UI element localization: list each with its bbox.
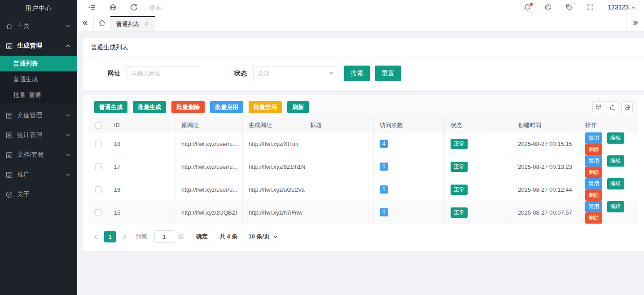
sidebar-item-label: 生成管理 bbox=[17, 42, 66, 50]
globe-icon[interactable] bbox=[109, 4, 117, 11]
batch-enable-button[interactable]: 批量启用 bbox=[210, 101, 243, 113]
search-button[interactable]: 搜索 bbox=[344, 66, 370, 81]
user-menu[interactable]: 123123 bbox=[608, 4, 636, 11]
sidebar-item-about[interactable]: 关于 bbox=[0, 185, 77, 204]
refresh-button[interactable]: 刷新 bbox=[287, 101, 309, 113]
batch-generate-button[interactable]: 批量生成 bbox=[133, 101, 166, 113]
sidebar-item-docs-packages[interactable]: 文档/套餐 bbox=[0, 145, 77, 165]
sidebar-item-normal-generate[interactable]: 普通生成 bbox=[0, 71, 77, 87]
sidebar-item-promotion[interactable]: 推广 bbox=[0, 165, 77, 185]
theme-palette-icon[interactable] bbox=[544, 4, 552, 11]
tab-close-icon[interactable]: ✕ bbox=[144, 21, 149, 27]
sidebar-item-recharge-management[interactable]: 充值管理 bbox=[0, 106, 77, 125]
chevron-down-icon bbox=[66, 172, 71, 177]
cell-title bbox=[304, 155, 374, 178]
app-window: 用户中心 主页 生成管理 普通列表 普通生成 批量_普通 bbox=[0, 0, 644, 295]
columns-toggle-button[interactable] bbox=[592, 101, 604, 113]
notifications-bell-icon[interactable] bbox=[523, 4, 531, 11]
edit-button[interactable]: 编辑 bbox=[607, 201, 624, 212]
tab-label: 普通列表 bbox=[116, 20, 140, 28]
cell-source-url: http://lfwl.xyz/user/u... bbox=[175, 155, 243, 178]
disable-button[interactable]: 禁用 bbox=[585, 201, 602, 212]
tabbar: 普通列表 ✕ bbox=[77, 14, 644, 31]
url-input[interactable] bbox=[127, 66, 200, 81]
chevron-down-icon bbox=[66, 113, 71, 118]
search-input[interactable] bbox=[149, 4, 239, 11]
next-page-button[interactable] bbox=[119, 234, 129, 240]
current-page-button[interactable]: 1 bbox=[104, 231, 116, 242]
visits-badge: 0 bbox=[380, 208, 388, 216]
row-checkbox[interactable] bbox=[95, 186, 102, 193]
list-icon bbox=[5, 151, 13, 159]
edit-button[interactable]: 编辑 bbox=[607, 155, 624, 167]
columns-icon bbox=[595, 104, 602, 110]
batch-disable-button[interactable]: 批量禁用 bbox=[249, 101, 282, 113]
cell-source-url: http://lfwl.xyz/user/u... bbox=[175, 132, 243, 155]
fullscreen-icon[interactable] bbox=[587, 4, 594, 11]
delete-button[interactable]: 删除 bbox=[585, 189, 602, 201]
column-header-created: 创建时间 bbox=[512, 118, 579, 132]
disable-button[interactable]: 禁用 bbox=[585, 132, 602, 144]
table-row: 16 http://lfwl.xyz/user/u... http://lfwl… bbox=[89, 178, 638, 201]
url-label: 网址 bbox=[108, 70, 120, 78]
table-toolbar: 普通生成 批量生成 批量删除 批量启用 批量禁用 刷新 bbox=[89, 97, 638, 118]
sidebar-item-batch-normal[interactable]: 批量_普通 bbox=[0, 87, 77, 103]
page-unit-label: 页 bbox=[179, 233, 184, 241]
delete-button[interactable]: 删除 bbox=[585, 212, 602, 224]
sidebar-item-normal-list[interactable]: 普通列表 bbox=[0, 56, 77, 71]
row-checkbox[interactable] bbox=[95, 163, 102, 170]
username: 123123 bbox=[608, 4, 629, 11]
batch-delete-button[interactable]: 批量删除 bbox=[171, 101, 205, 113]
normal-generate-button[interactable]: 普通生成 bbox=[94, 101, 127, 113]
sidebar-title: 用户中心 bbox=[0, 0, 77, 16]
delete-button[interactable]: 删除 bbox=[585, 167, 602, 178]
status-select[interactable]: 全部 bbox=[253, 66, 338, 81]
cell-id: 16 bbox=[108, 178, 175, 201]
chevron-down-icon bbox=[66, 23, 71, 29]
table-row: 17 http://lfwl.xyz/user/u... http://lfwl… bbox=[89, 155, 638, 178]
list-icon bbox=[5, 42, 13, 50]
cell-id: 17 bbox=[108, 155, 175, 178]
status-badge: 正常 bbox=[451, 207, 468, 218]
status-badge: 正常 bbox=[451, 162, 468, 172]
sidebar-item-home[interactable]: 主页 bbox=[0, 16, 77, 36]
goto-confirm-button[interactable]: 确定 bbox=[191, 230, 213, 243]
tabs-scroll-right-button[interactable] bbox=[626, 14, 644, 31]
sidebar-item-label: 文档/套餐 bbox=[17, 151, 66, 159]
delete-button[interactable]: 删除 bbox=[585, 144, 602, 155]
cell-title bbox=[304, 178, 374, 201]
list-icon bbox=[5, 112, 13, 119]
sidebar-item-statistics-management[interactable]: 统计管理 bbox=[0, 125, 77, 145]
print-button[interactable] bbox=[621, 101, 633, 113]
chevron-down-icon bbox=[66, 132, 71, 138]
cell-created: 2025-08-27 00:15:15 bbox=[512, 132, 579, 155]
tabs-scroll-left-button[interactable] bbox=[77, 14, 93, 31]
total-count-label: 共 4 条 bbox=[219, 233, 237, 241]
reset-button[interactable]: 重置 bbox=[375, 66, 401, 81]
export-icon bbox=[609, 104, 616, 110]
edit-button[interactable]: 编辑 bbox=[607, 178, 624, 189]
page-size-select[interactable]: 10 条/页 bbox=[244, 230, 282, 243]
home-icon bbox=[5, 22, 13, 30]
column-header-id: ID bbox=[108, 118, 175, 132]
tag-icon[interactable] bbox=[565, 4, 573, 11]
collapse-sidebar-icon[interactable] bbox=[88, 4, 96, 11]
cell-created: 2025-08-27 00:07:57 bbox=[512, 201, 579, 224]
list-icon bbox=[5, 132, 13, 139]
cell-short-url: http://lfwl.xyz/uGu2Va bbox=[243, 178, 304, 201]
row-checkbox[interactable] bbox=[95, 141, 102, 147]
refresh-icon[interactable] bbox=[130, 4, 138, 11]
prev-page-button[interactable] bbox=[91, 234, 101, 240]
disable-button[interactable]: 禁用 bbox=[585, 155, 602, 167]
row-checkbox[interactable] bbox=[95, 209, 102, 216]
cell-source-url: http://lfwl.xyz/user/u... bbox=[175, 178, 243, 201]
select-all-checkbox[interactable] bbox=[95, 122, 102, 129]
disable-button[interactable]: 禁用 bbox=[585, 178, 602, 189]
tab-home-button[interactable] bbox=[93, 14, 110, 31]
edit-button[interactable]: 编辑 bbox=[607, 132, 624, 144]
tab-normal-list[interactable]: 普通列表 ✕ bbox=[110, 16, 155, 31]
export-button[interactable] bbox=[607, 101, 618, 113]
sidebar-item-generate-management[interactable]: 生成管理 bbox=[0, 36, 77, 56]
column-header-actions: 操作 bbox=[579, 118, 638, 132]
goto-page-input[interactable] bbox=[154, 230, 174, 243]
